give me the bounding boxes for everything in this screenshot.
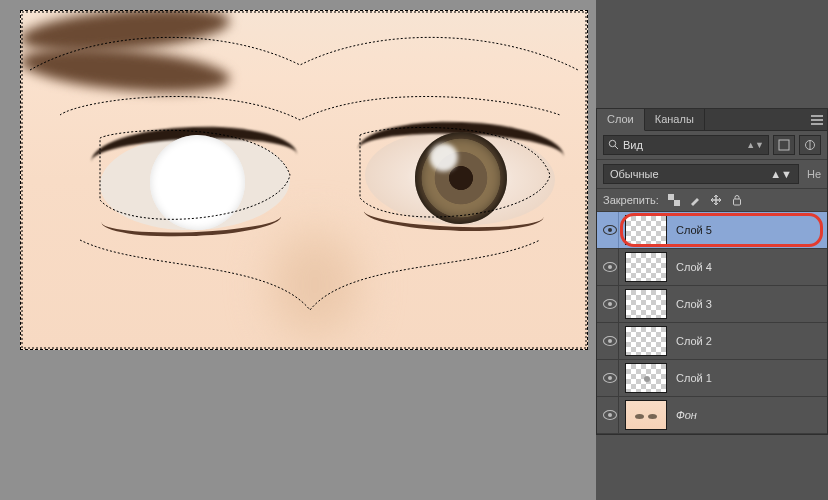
layer-filter-row: Вид ▲▼: [597, 131, 827, 160]
layer-thumbnail[interactable]: [625, 363, 667, 393]
left-eye-white-fill: [148, 133, 246, 231]
tab-layers[interactable]: Слои: [597, 109, 645, 131]
search-icon: [608, 139, 619, 152]
lock-brush-icon[interactable]: [688, 193, 702, 207]
visibility-toggle[interactable]: [601, 397, 619, 433]
layer-thumbnail[interactable]: [625, 252, 667, 282]
blend-row: Обычные ▲▼ Не: [597, 160, 827, 189]
document-canvas[interactable]: [20, 10, 588, 350]
panel-menu-icon[interactable]: [807, 109, 827, 130]
blend-mode-value: Обычные: [610, 168, 659, 180]
eye-icon: [603, 373, 617, 383]
visibility-toggle[interactable]: [601, 286, 619, 322]
eye-icon: [603, 299, 617, 309]
opacity-label-truncated: Не: [803, 168, 821, 180]
layer-name[interactable]: Фон: [673, 409, 823, 421]
eye-icon: [603, 336, 617, 346]
visibility-toggle[interactable]: [601, 323, 619, 359]
lock-all-icon[interactable]: [730, 193, 744, 207]
lock-icons: [667, 193, 744, 207]
visibility-toggle[interactable]: [601, 360, 619, 396]
left-eye-painted: [98, 132, 291, 234]
panel-tabs: Слои Каналы: [597, 109, 827, 131]
svg-point-0: [609, 140, 615, 146]
layer-row[interactable]: Слой 1: [597, 360, 827, 397]
chevron-updown-icon: ▲▼: [746, 140, 764, 150]
layer-row[interactable]: Фон: [597, 397, 827, 434]
chevron-updown-icon: ▲▼: [770, 168, 792, 180]
svg-rect-3: [668, 194, 674, 200]
layer-row[interactable]: Слой 5: [597, 212, 827, 249]
layer-thumbnail[interactable]: [625, 289, 667, 319]
layer-name[interactable]: Слой 5: [673, 224, 823, 236]
eye-icon: [603, 262, 617, 272]
tab-channels[interactable]: Каналы: [645, 109, 705, 130]
filter-adjust-icon[interactable]: [799, 135, 821, 155]
layer-name[interactable]: Слой 2: [673, 335, 823, 347]
visibility-toggle[interactable]: [601, 249, 619, 285]
eye-icon: [603, 410, 617, 420]
layer-name[interactable]: Слой 3: [673, 298, 823, 310]
tabs-spacer: [705, 109, 807, 130]
layer-name[interactable]: Слой 1: [673, 372, 823, 384]
right-eye: [363, 127, 556, 229]
nose-shadow: [265, 220, 365, 350]
canvas-workspace: [0, 0, 596, 500]
svg-rect-4: [674, 200, 680, 206]
filter-kind-select[interactable]: Вид ▲▼: [603, 135, 769, 155]
svg-rect-1: [779, 140, 789, 150]
layer-row[interactable]: Слой 4: [597, 249, 827, 286]
layers-list: Слой 5Слой 4Слой 3Слой 2Слой 1Фон: [597, 212, 827, 434]
filter-kind-label: Вид: [623, 139, 643, 151]
lock-transparency-icon[interactable]: [667, 193, 681, 207]
layers-panel: Слои Каналы Вид ▲▼ Обычные ▲▼ Не Закр: [596, 108, 828, 435]
lock-position-icon[interactable]: [709, 193, 723, 207]
layer-thumbnail[interactable]: [625, 400, 667, 430]
right-eye-iris: [413, 130, 508, 225]
blend-mode-select[interactable]: Обычные ▲▼: [603, 164, 799, 184]
svg-rect-5: [733, 199, 740, 205]
filter-pixel-icon[interactable]: [773, 135, 795, 155]
layer-thumbnail[interactable]: [625, 326, 667, 356]
right-eyebrow: [20, 41, 231, 99]
layer-name[interactable]: Слой 4: [673, 261, 823, 273]
visibility-toggle[interactable]: [601, 212, 619, 248]
layer-row[interactable]: Слой 2: [597, 323, 827, 360]
eye-icon: [603, 225, 617, 235]
lock-label: Закрепить:: [603, 194, 659, 206]
layer-row[interactable]: Слой 3: [597, 286, 827, 323]
layer-thumbnail[interactable]: [625, 215, 667, 245]
lock-row: Закрепить:: [597, 189, 827, 212]
thumbnail-content-dot: [644, 376, 650, 382]
